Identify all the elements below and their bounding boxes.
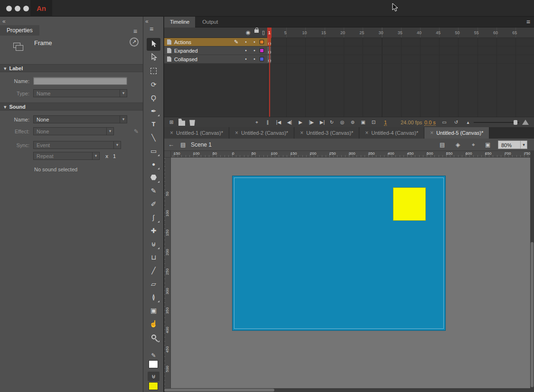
panel-menu-icon[interactable]: ≡ bbox=[133, 28, 137, 35]
sound-section-header[interactable]: ▾Sound bbox=[0, 103, 143, 111]
text-tool-button[interactable]: T bbox=[147, 118, 160, 131]
caret-icon[interactable]: ▴ bbox=[465, 119, 471, 126]
timeline-frame-grid[interactable] bbox=[267, 38, 534, 117]
last-frame-icon[interactable]: ▶| bbox=[319, 119, 326, 126]
stage[interactable] bbox=[232, 176, 446, 331]
new-layer-icon[interactable]: ⊞ bbox=[168, 119, 175, 126]
classic-brush-tool-button[interactable]: ∫ bbox=[147, 211, 160, 224]
sound-sync-dropdown[interactable]: Event ▾ bbox=[33, 141, 121, 149]
fill-color-swatch[interactable] bbox=[149, 382, 158, 390]
sound-repeat-dropdown[interactable]: Repeat ▾ bbox=[33, 152, 100, 160]
stroke-color-swatch[interactable] bbox=[149, 360, 158, 368]
oval-tool-button[interactable]: ● bbox=[147, 158, 160, 170]
timeline-menu-icon[interactable]: ≡ bbox=[526, 19, 530, 25]
layer-row-collapsed[interactable]: Collapsed•• bbox=[164, 55, 267, 64]
asset-warp-tool-button[interactable]: ✚ bbox=[147, 224, 160, 237]
zoom-tool-button[interactable] bbox=[147, 330, 160, 343]
delete-icon[interactable] bbox=[189, 119, 196, 126]
outline-icon[interactable]: ▯ bbox=[262, 29, 265, 36]
next-frame-icon[interactable]: |▶ bbox=[308, 119, 315, 126]
frame-rate-value[interactable]: 24.00 fps bbox=[401, 120, 422, 125]
slider-thumb[interactable] bbox=[514, 120, 517, 125]
layer-lock-dot[interactable]: • bbox=[250, 39, 259, 45]
close-tab-icon[interactable]: × bbox=[300, 130, 303, 136]
subselection-tool-button[interactable] bbox=[147, 51, 160, 64]
lock-icon[interactable] bbox=[254, 29, 259, 33]
preview-icon[interactable]: ▭ bbox=[441, 119, 448, 126]
clip-content-icon[interactable]: ▣ bbox=[485, 141, 490, 148]
horizontal-scrollbar-thumb[interactable] bbox=[164, 389, 274, 392]
layer-row-expanded[interactable]: Expanded•• bbox=[164, 47, 267, 55]
maximize-window-button[interactable] bbox=[23, 6, 29, 11]
layer-row-actions[interactable]: Actions✎•• bbox=[164, 38, 267, 47]
frame-view-icon[interactable] bbox=[522, 120, 529, 125]
repeat-count-value[interactable]: 1 bbox=[113, 153, 116, 159]
tools-menu-icon[interactable]: ≡ bbox=[150, 26, 153, 32]
reset-icon[interactable]: ↺ bbox=[453, 119, 459, 126]
sound-effect-dropdown[interactable]: None ▾ bbox=[33, 127, 114, 135]
close-window-button[interactable] bbox=[6, 6, 12, 11]
sound-name-dropdown[interactable]: None ▾ bbox=[33, 115, 127, 123]
vertical-scrollbar-thumb[interactable] bbox=[531, 242, 534, 387]
modify-markers-icon[interactable]: ⊡ bbox=[370, 119, 377, 126]
elapsed-time-value[interactable]: 0.0 s bbox=[424, 120, 436, 126]
playhead-marker[interactable]: 1 bbox=[267, 28, 272, 38]
polystar-tool-button[interactable] bbox=[147, 171, 160, 184]
document-tab[interactable]: ×Untitled-1 (Canvas)* bbox=[164, 127, 229, 139]
yellow-rectangle-shape[interactable] bbox=[393, 187, 426, 221]
document-tab[interactable]: ×Untitled-5 (Canvas)* bbox=[424, 127, 489, 139]
document-tab[interactable]: ×Untitled-4 (Canvas)* bbox=[359, 127, 424, 139]
loop-range-icon[interactable]: ∥ bbox=[264, 119, 271, 126]
current-frame-value[interactable]: 1 bbox=[384, 120, 387, 126]
eyedropper-tool-button[interactable]: ╱ bbox=[147, 264, 160, 277]
selection-tool-button[interactable] bbox=[147, 38, 160, 51]
ink-bottle-tool-button[interactable]: ⊔ bbox=[147, 251, 160, 263]
collapse-tools-icon[interactable]: « bbox=[145, 18, 149, 25]
collapse-panel-icon[interactable]: « bbox=[2, 18, 6, 25]
onion-skin-icon[interactable]: ◎ bbox=[339, 119, 346, 126]
layer-frame-row[interactable] bbox=[267, 47, 534, 55]
onion-outlines-icon[interactable]: ⊚ bbox=[349, 119, 356, 126]
minimize-window-button[interactable] bbox=[15, 6, 20, 11]
play-icon[interactable]: ▶ bbox=[297, 119, 304, 126]
tab-output[interactable]: Output bbox=[197, 17, 224, 28]
timeline-frame-ruler[interactable]: 5101520253035404550556065 bbox=[267, 28, 534, 38]
pencil-tool-button[interactable]: ✎ bbox=[147, 184, 160, 197]
layer-color-swatch[interactable] bbox=[260, 40, 264, 44]
center-frame-icon[interactable]: ⌖ bbox=[253, 119, 260, 126]
layer-frame-row[interactable] bbox=[267, 38, 534, 47]
eye-icon[interactable]: ◉ bbox=[246, 29, 251, 36]
document-tab[interactable]: ×Untitled-3 (Canvas)* bbox=[294, 127, 359, 139]
layer-lock-dot[interactable]: • bbox=[250, 56, 259, 62]
close-tab-icon[interactable]: × bbox=[365, 130, 368, 136]
zoom-level-dropdown[interactable]: 80% ▾ bbox=[498, 140, 527, 149]
prev-frame-icon[interactable]: ◀| bbox=[286, 119, 293, 126]
edit-scene-icon[interactable]: ▤ bbox=[440, 141, 445, 148]
line-tool-button[interactable]: ╲ bbox=[147, 131, 160, 144]
layer-visibility-dot[interactable]: • bbox=[242, 48, 250, 53]
lasso-tool-button[interactable]: Ϙ bbox=[147, 91, 160, 104]
close-tab-icon[interactable]: × bbox=[170, 130, 173, 136]
label-section-header[interactable]: ▾Label bbox=[0, 64, 143, 72]
loop-icon[interactable]: ↻ bbox=[328, 119, 335, 126]
first-frame-icon[interactable]: |◀ bbox=[275, 119, 282, 126]
timeline-zoom-slider[interactable] bbox=[474, 122, 519, 123]
rotation-tool-button[interactable]: ⟳ bbox=[147, 78, 160, 91]
edit-multiple-frames-icon[interactable]: ▣ bbox=[360, 119, 366, 126]
document-tab[interactable]: ×Untitled-2 (Canvas)* bbox=[229, 127, 294, 139]
vertical-scrollbar[interactable] bbox=[530, 151, 534, 388]
paint-bucket-tool-button[interactable]: ⊎ bbox=[147, 237, 160, 250]
hand-tool-button[interactable]: ☝ bbox=[147, 317, 160, 330]
layer-color-swatch[interactable] bbox=[260, 48, 264, 53]
back-icon[interactable]: ← bbox=[168, 141, 174, 148]
layer-color-swatch[interactable] bbox=[260, 57, 264, 61]
close-tab-icon[interactable]: × bbox=[430, 130, 433, 136]
camera-tool-button[interactable]: ▣ bbox=[147, 304, 160, 317]
tab-properties[interactable]: Properties bbox=[0, 25, 39, 36]
layer-frame-row[interactable] bbox=[267, 55, 534, 64]
layer-visibility-dot[interactable]: • bbox=[242, 56, 250, 62]
playhead-line[interactable] bbox=[269, 38, 270, 117]
paint-brush-tool-button[interactable]: ✐ bbox=[147, 197, 160, 210]
pen-tool-button[interactable]: ✒ bbox=[147, 104, 160, 117]
edit-symbols-icon[interactable]: ◈ bbox=[456, 141, 460, 148]
